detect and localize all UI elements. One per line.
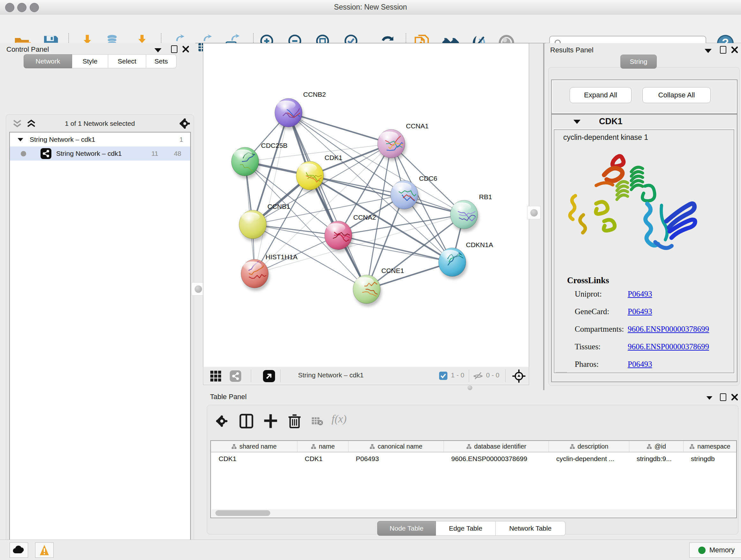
gene-expander-icon[interactable] bbox=[574, 120, 581, 124]
tab-network[interactable]: Network bbox=[23, 54, 72, 68]
application-window: Session: New Session bbox=[0, 0, 741, 560]
column-header-description[interactable]: description bbox=[549, 441, 629, 452]
grid-view-icon[interactable] bbox=[210, 370, 222, 382]
table-scrollbar-thumb[interactable] bbox=[215, 510, 270, 516]
create-column-icon[interactable] bbox=[263, 414, 278, 429]
delete-column-icon[interactable] bbox=[287, 414, 301, 429]
tab-sets[interactable]: Sets bbox=[146, 54, 177, 68]
view-toolbar-separator bbox=[280, 369, 280, 382]
table-scrollbar[interactable] bbox=[212, 509, 736, 517]
table-cell[interactable]: stringdb bbox=[683, 452, 736, 465]
column-type-icon bbox=[569, 444, 575, 449]
function-builder-icon: f(x) bbox=[332, 413, 347, 425]
network-list: String Network – cdk1 1 String Network –… bbox=[9, 132, 191, 560]
view-toolbar-separator bbox=[505, 369, 506, 382]
tab-node-table[interactable]: Node Table bbox=[377, 521, 436, 536]
tab-select[interactable]: Select bbox=[108, 54, 146, 68]
close-panel-icon[interactable] bbox=[731, 393, 738, 401]
node-label: CCNA2 bbox=[353, 213, 376, 221]
table-row[interactable]: CDK1CDK1P064939606.ENSP00000378699cyclin… bbox=[211, 452, 736, 465]
network-edge[interactable] bbox=[288, 113, 391, 144]
crosslink-link[interactable]: P06493 bbox=[628, 307, 652, 316]
network-options-gear-icon[interactable] bbox=[179, 117, 191, 130]
tab-style[interactable]: Style bbox=[72, 54, 108, 68]
expand-all-button[interactable]: Expand All bbox=[569, 87, 631, 103]
node-label: CDC25B bbox=[261, 142, 287, 149]
cloud-icon bbox=[12, 545, 25, 555]
crosslink-row: Tissues:9606.ENSP00000378699 bbox=[554, 342, 734, 360]
collapse-all-button[interactable]: Collapse All bbox=[643, 87, 711, 103]
expand-collapse-box: Expand All Collapse All bbox=[551, 79, 738, 114]
tab-string[interactable]: String bbox=[620, 55, 657, 69]
close-panel-icon[interactable] bbox=[731, 46, 738, 54]
node-gloss bbox=[277, 101, 295, 110]
column-header-shared-name[interactable]: shared name bbox=[211, 441, 297, 452]
share-view-icon[interactable] bbox=[229, 370, 242, 382]
network-graph[interactable]: CCNB2CCNA1CDC25BCDK1CDC6RB1CCNB1CCNA2CDK… bbox=[203, 44, 529, 367]
bottom-splitter-handle[interactable] bbox=[468, 385, 472, 390]
column-header-database-identifier[interactable]: database identifier bbox=[444, 441, 549, 452]
float-panel-icon[interactable] bbox=[720, 393, 726, 401]
show-columns-icon[interactable] bbox=[239, 414, 254, 429]
table-tabs: Node Table Edge Table Network Table bbox=[377, 521, 565, 536]
delete-table-icon bbox=[311, 417, 323, 426]
gene-name: CDK1 bbox=[599, 117, 623, 126]
column-header-canonical-name[interactable]: canonical name bbox=[348, 441, 444, 452]
selected-checkbox-icon[interactable] bbox=[439, 371, 448, 380]
node-gloss bbox=[441, 250, 459, 259]
collection-expander-icon[interactable] bbox=[17, 138, 23, 141]
crosslink-link[interactable]: P06493 bbox=[628, 360, 652, 369]
column-header--id[interactable]: @id bbox=[629, 441, 683, 452]
column-header-name[interactable]: name bbox=[297, 441, 348, 452]
column-type-icon bbox=[231, 444, 237, 449]
table-gear-icon[interactable] bbox=[215, 414, 229, 428]
network-row-selected[interactable]: String Network – cdk1 11 48 bbox=[10, 146, 190, 161]
node-label: HIST1H1A bbox=[266, 253, 297, 260]
collapse-panel-icon[interactable] bbox=[706, 396, 713, 400]
tab-network-table[interactable]: Network Table bbox=[495, 521, 565, 536]
birdseye-view-icon[interactable] bbox=[263, 370, 275, 382]
window-title: Session: New Session bbox=[0, 3, 741, 11]
table-cell[interactable]: stringdb:9... bbox=[629, 452, 683, 465]
column-header-namespace[interactable]: namespace bbox=[683, 441, 736, 452]
current-network-dot-icon bbox=[21, 151, 26, 157]
status-bar: Memory bbox=[0, 540, 741, 560]
table-cell[interactable]: cyclin-dependent ... bbox=[549, 452, 629, 465]
collapse-panel-icon[interactable] bbox=[704, 49, 712, 53]
table-cell[interactable]: P06493 bbox=[348, 452, 444, 465]
crosslink-link[interactable]: P06493 bbox=[628, 290, 652, 299]
view-toolbar-separator bbox=[251, 369, 251, 382]
table-cell[interactable]: CDK1 bbox=[211, 452, 297, 465]
memory-button[interactable]: Memory bbox=[689, 543, 741, 558]
crosshair-icon[interactable] bbox=[512, 369, 526, 383]
network-canvas[interactable]: CCNB2CCNA1CDC25BCDK1CDC6RB1CCNB1CCNA2CDK… bbox=[203, 43, 529, 367]
node-label: CDC6 bbox=[419, 175, 437, 182]
node-gloss bbox=[233, 149, 252, 159]
float-panel-icon[interactable] bbox=[720, 46, 726, 54]
tab-edge-table[interactable]: Edge Table bbox=[436, 521, 495, 536]
right-splitter-handle[interactable] bbox=[527, 206, 541, 219]
network-collection-row[interactable]: String Network – cdk1 1 bbox=[10, 132, 190, 146]
table-panel-title: Table Panel bbox=[210, 393, 247, 401]
node-count: 11 bbox=[151, 150, 158, 158]
table-cell[interactable]: 9606.ENSP00000378699 bbox=[444, 452, 549, 465]
warnings-button[interactable] bbox=[35, 543, 54, 558]
edge-count: 48 bbox=[174, 150, 181, 158]
float-panel-icon[interactable] bbox=[171, 45, 178, 53]
view-network-name: String Network – cdk1 bbox=[298, 371, 363, 379]
network-edge[interactable] bbox=[255, 113, 288, 273]
collapse-panel-icon[interactable] bbox=[154, 48, 161, 52]
network-edge[interactable] bbox=[288, 113, 367, 289]
gene-section: CDK1 cyclin-dependent kinase 1 bbox=[551, 114, 738, 382]
close-panel-icon[interactable] bbox=[182, 45, 190, 53]
results-scrollbar-thumb[interactable] bbox=[556, 372, 567, 373]
crosslink-label: Uniprot: bbox=[575, 290, 602, 299]
crosslink-link[interactable]: 9606.ENSP00000378699 bbox=[628, 342, 709, 351]
column-type-icon bbox=[647, 444, 652, 449]
results-panel-divider[interactable] bbox=[543, 43, 544, 390]
table-panel: Table Panel f(x) shared namenamecanonica… bbox=[201, 390, 741, 540]
network-edge[interactable] bbox=[338, 235, 452, 262]
table-cell[interactable]: CDK1 bbox=[297, 452, 348, 465]
automation-cloud-button[interactable] bbox=[10, 543, 28, 558]
crosslink-link[interactable]: 9606.ENSP00000378699 bbox=[628, 325, 709, 334]
